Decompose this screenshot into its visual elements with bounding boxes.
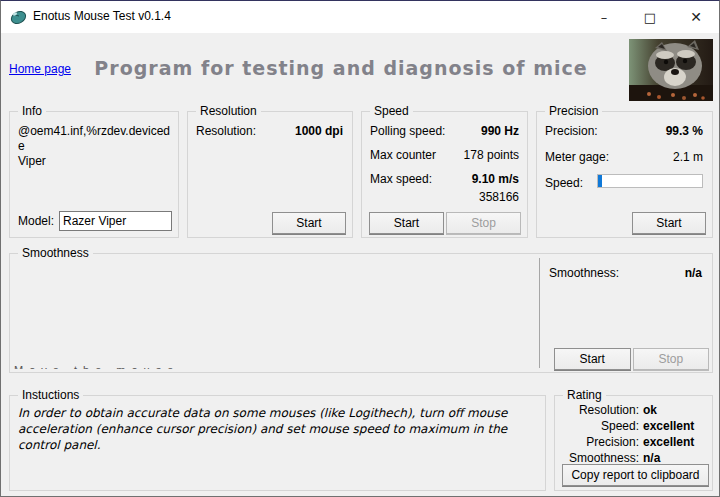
rating-legend: Rating xyxy=(563,388,606,402)
info-group: Info @oem41.inf,%rzdev.devicede Viper Mo… xyxy=(9,111,179,238)
rating-speed-label: Speed: xyxy=(559,418,639,434)
maximize-button[interactable]: □ xyxy=(627,1,673,33)
smoothness-stop-button[interactable]: Stop xyxy=(633,348,710,370)
polling-speed-row: Polling speed: 990 Hz xyxy=(370,124,519,148)
polling-speed-label: Polling speed: xyxy=(370,124,445,138)
precision-row: Precision: 99.3 % xyxy=(545,124,703,150)
smoothness-start-button[interactable]: Start xyxy=(554,348,631,370)
precision-label: Precision: xyxy=(545,124,598,138)
smoothness-clipped-text: Move the mouse xyxy=(14,365,314,369)
rating-row-resolution: Resolution: ok xyxy=(559,402,706,418)
info-legend: Info xyxy=(18,104,46,118)
precision-group: Precision Precision: 99.3 % Meter gage: … xyxy=(536,111,713,238)
speed-stop-button[interactable]: Stop xyxy=(446,212,521,234)
raccoon-image xyxy=(629,39,713,101)
resolution-legend: Resolution xyxy=(196,104,261,118)
copy-report-button[interactable]: Copy report to clipboard xyxy=(562,464,709,486)
minimize-button[interactable]: – xyxy=(581,1,627,33)
rating-speed-value: excellent xyxy=(643,418,694,434)
rating-group: Rating Resolution: ok Speed: excellent P… xyxy=(554,395,713,491)
resolution-label: Resolution: xyxy=(196,124,256,138)
instructions-group: Instuctions In order to obtain accurate … xyxy=(9,395,546,491)
instructions-legend: Instuctions xyxy=(18,388,83,402)
max-counter-label: Max counter xyxy=(370,148,436,162)
smoothness-label: Smoothness: xyxy=(549,266,619,280)
precision-start-button[interactable]: Start xyxy=(632,212,706,234)
smoothness-group: Smoothness Move the mouse Smoothness: n/… xyxy=(9,253,713,373)
speed-legend: Speed xyxy=(370,104,413,118)
smoothness-legend: Smoothness xyxy=(18,246,93,260)
max-speed-counts-row: 358166 xyxy=(370,190,519,205)
meter-gage-value: 2.1 m xyxy=(673,150,703,164)
precision-legend: Precision xyxy=(545,104,602,118)
app-window: Enotus Mouse Test v0.1.4 – □ ✕ Home page… xyxy=(0,0,720,497)
rating-resolution-label: Resolution: xyxy=(559,402,639,418)
resolution-group: Resolution Resolution: 1000 dpi Start xyxy=(187,111,353,238)
rating-precision-value: excellent xyxy=(643,434,694,450)
speed-start-button[interactable]: Start xyxy=(369,212,444,234)
device-info-line1: @oem41.inf,%rzdev.devicede xyxy=(18,124,170,153)
smoothness-result-row: Smoothness: n/a xyxy=(549,266,702,280)
smoothness-divider xyxy=(539,258,540,368)
instructions-text: In order to obtain accurate data on some… xyxy=(18,405,531,453)
meter-gage-row: Meter gage: 2.1 m xyxy=(545,150,703,176)
title-bar: Enotus Mouse Test v0.1.4 – □ ✕ xyxy=(1,1,719,33)
rating-row-speed: Speed: excellent xyxy=(559,418,706,434)
model-input[interactable] xyxy=(59,211,172,231)
resolution-start-button[interactable]: Start xyxy=(272,212,346,234)
max-speed-value: 9.10 m/s xyxy=(472,172,519,186)
device-info-line2: Viper xyxy=(18,154,46,168)
rating-row-precision: Precision: excellent xyxy=(559,434,706,450)
app-mouse-icon xyxy=(10,9,27,25)
precision-speed-row: Speed: xyxy=(545,176,703,202)
precision-speed-progressbar xyxy=(597,174,703,188)
rating-precision-label: Precision: xyxy=(559,434,639,450)
max-speed-counts-value: 358166 xyxy=(479,190,519,204)
max-counter-row: Max counter 178 points xyxy=(370,148,519,172)
precision-speed-label: Speed: xyxy=(545,176,583,190)
speed-group: Speed Polling speed: 990 Hz Max counter … xyxy=(361,111,528,238)
model-label: Model: xyxy=(18,214,54,228)
polling-speed-value: 990 Hz xyxy=(481,124,519,138)
meter-gage-label: Meter gage: xyxy=(545,150,609,164)
precision-progress-fill xyxy=(598,175,602,187)
window-title: Enotus Mouse Test v0.1.4 xyxy=(33,9,171,23)
page-title: Program for testing and diagnosis of mic… xyxy=(61,57,621,79)
precision-value: 99.3 % xyxy=(666,124,703,138)
smoothness-value: n/a xyxy=(685,266,702,280)
max-counter-value: 178 points xyxy=(464,148,519,162)
resolution-value: 1000 dpi xyxy=(295,124,343,138)
rating-resolution-value: ok xyxy=(643,402,657,418)
close-button[interactable]: ✕ xyxy=(673,1,719,33)
max-speed-label: Max speed: xyxy=(370,172,432,186)
device-info-text: @oem41.inf,%rzdev.devicede Viper xyxy=(18,124,174,169)
